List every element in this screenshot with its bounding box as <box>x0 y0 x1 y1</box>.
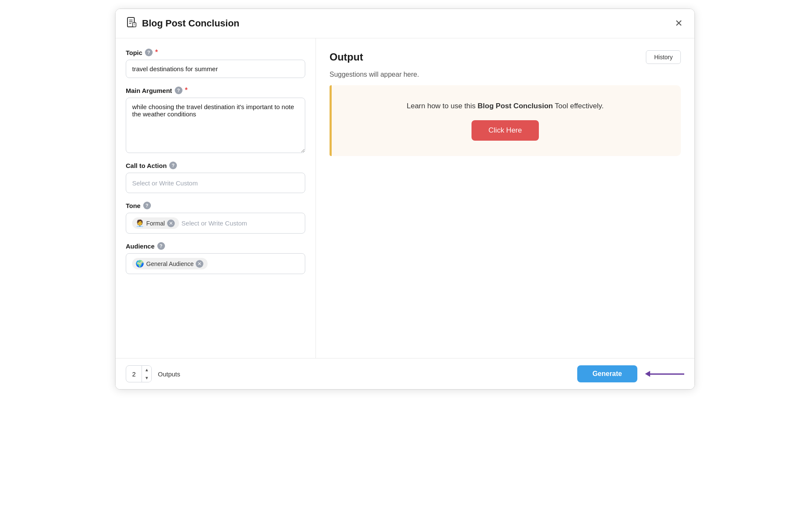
main-argument-label-text: Main Argument <box>126 87 172 94</box>
formal-emoji: 🧑‍💼 <box>136 219 144 227</box>
outputs-label: Outputs <box>158 370 180 378</box>
topic-input[interactable] <box>126 60 305 78</box>
topic-required: * <box>155 49 158 56</box>
general-audience-label: General Audience <box>146 260 194 267</box>
topic-field-group: Topic ? * <box>126 49 305 78</box>
main-argument-label: Main Argument ? * <box>126 87 305 94</box>
audience-help-icon[interactable]: ? <box>157 242 165 250</box>
right-panel: Output History Suggestions will appear h… <box>316 38 694 210</box>
main-layout: Topic ? * Main Argument ? * Call to Acti… <box>116 38 694 358</box>
arrow-indicator <box>645 371 684 377</box>
remove-formal-tag[interactable]: ✕ <box>167 220 175 227</box>
learn-tool-name: Blog Post Conclusion <box>477 102 553 110</box>
call-to-action-input[interactable]: Select or Write Custom <box>126 173 305 193</box>
tone-field-group: Tone ? 🧑‍💼 Formal ✕ Select or Write Cust… <box>126 202 305 234</box>
bottom-bar: 2 ▲ ▼ Outputs Generate <box>116 358 694 389</box>
history-button[interactable]: History <box>646 50 681 64</box>
audience-label: Audience ? <box>126 242 305 250</box>
learn-text: Learn how to use this Blog Post Conclusi… <box>407 101 604 112</box>
stepper-up-button[interactable]: ▲ <box>142 366 151 374</box>
audience-label-text: Audience <box>126 243 155 250</box>
stepper-arrows: ▲ ▼ <box>142 366 151 382</box>
close-button[interactable]: ✕ <box>673 17 684 30</box>
audience-input[interactable]: 🌍 General Audience ✕ <box>126 253 305 274</box>
remove-general-audience-tag[interactable]: ✕ <box>196 260 203 268</box>
arrow-head <box>645 371 650 377</box>
general-audience-emoji: 🌍 <box>136 260 144 268</box>
right-spacer <box>316 210 694 358</box>
left-panel: Topic ? * Main Argument ? * Call to Acti… <box>116 38 316 358</box>
tone-label: Tone ? <box>126 202 305 209</box>
suggestions-text: Suggestions will appear here. <box>330 71 681 78</box>
audience-tag-general: 🌍 General Audience ✕ <box>132 258 208 269</box>
main-argument-field-group: Main Argument ? * <box>126 87 305 153</box>
output-title: Output <box>330 51 363 63</box>
header-left: Blog Post Conclusion <box>126 17 240 30</box>
right-section: Output History Suggestions will appear h… <box>316 38 694 358</box>
output-header: Output History <box>330 50 681 64</box>
tone-tag-formal: 🧑‍💼 Formal ✕ <box>132 217 179 229</box>
stepper-down-button[interactable]: ▼ <box>142 374 151 382</box>
tone-help-icon[interactable]: ? <box>143 202 151 209</box>
header: Blog Post Conclusion ✕ <box>116 9 694 38</box>
tone-placeholder: Select or Write Custom <box>182 220 247 227</box>
call-to-action-label-text: Call to Action <box>126 162 167 169</box>
outputs-value: 2 <box>126 366 142 382</box>
call-to-action-placeholder: Select or Write Custom <box>132 179 198 187</box>
click-here-button[interactable]: Click Here <box>472 120 539 141</box>
topic-label-text: Topic <box>126 49 142 56</box>
app-window: Blog Post Conclusion ✕ Topic ? * Main Ar… <box>115 9 695 390</box>
topic-label: Topic ? * <box>126 49 305 56</box>
audience-field-group: Audience ? 🌍 General Audience ✕ <box>126 242 305 274</box>
document-icon <box>126 17 138 30</box>
call-to-action-help-icon[interactable]: ? <box>169 162 177 169</box>
tone-input[interactable]: 🧑‍💼 Formal ✕ Select or Write Custom <box>126 213 305 234</box>
tone-label-text: Tone <box>126 202 141 209</box>
learn-text-suffix: Tool effectively. <box>553 102 604 110</box>
arrow-line <box>650 373 684 375</box>
page-title: Blog Post Conclusion <box>142 18 240 29</box>
learn-box: Learn how to use this Blog Post Conclusi… <box>330 85 681 156</box>
call-to-action-label: Call to Action ? <box>126 162 305 169</box>
call-to-action-field-group: Call to Action ? Select or Write Custom <box>126 162 305 193</box>
topic-help-icon[interactable]: ? <box>145 49 153 56</box>
learn-text-prefix: Learn how to use this <box>407 102 477 110</box>
formal-label: Formal <box>146 220 165 227</box>
generate-button[interactable]: Generate <box>577 365 637 382</box>
main-argument-required: * <box>185 87 188 94</box>
outputs-stepper[interactable]: 2 ▲ ▼ <box>126 365 152 382</box>
main-argument-textarea[interactable] <box>126 98 305 153</box>
main-argument-help-icon[interactable]: ? <box>175 87 182 94</box>
